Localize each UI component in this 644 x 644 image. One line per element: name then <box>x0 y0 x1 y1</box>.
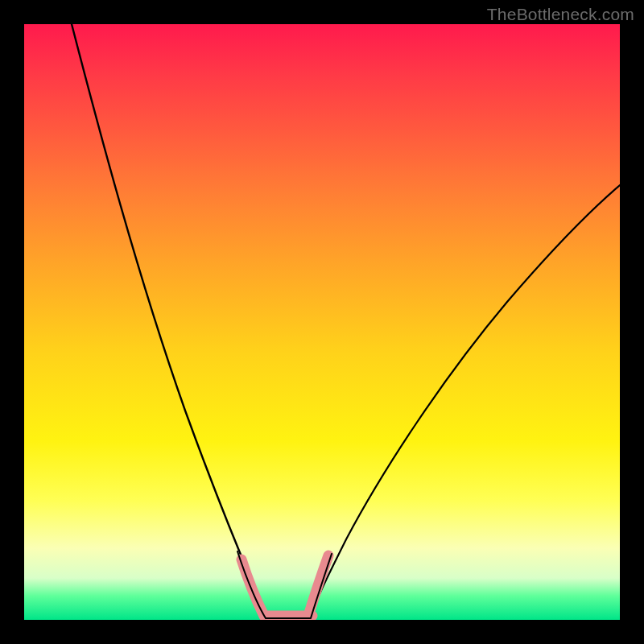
curve-layer <box>24 24 620 620</box>
watermark-text: TheBottleneck.com <box>487 5 634 24</box>
right-curve <box>311 185 620 618</box>
chart-frame: TheBottleneck.com <box>0 0 644 644</box>
plot-area <box>24 24 620 620</box>
left-curve <box>72 24 266 618</box>
trough-marker-right <box>308 555 328 616</box>
trough-marker-left <box>242 559 264 616</box>
